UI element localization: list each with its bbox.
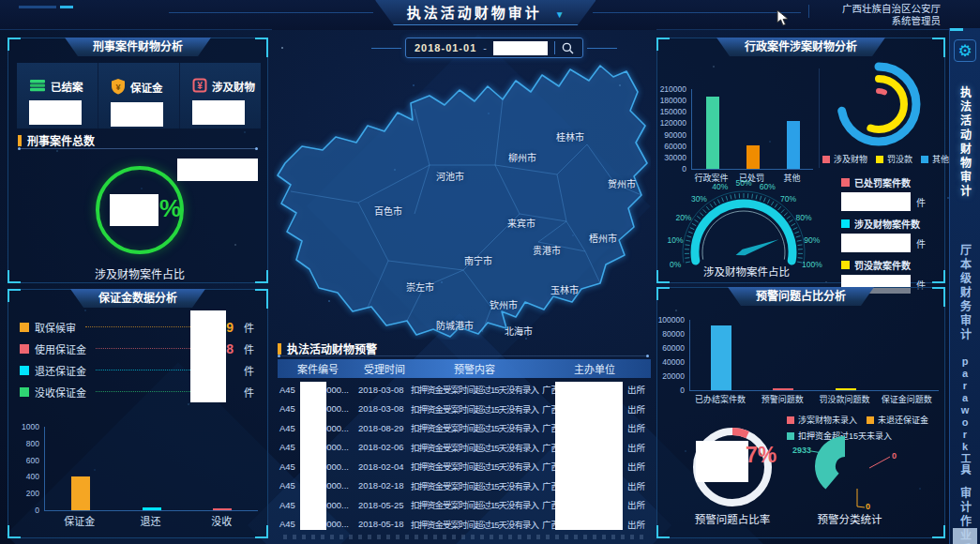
map-city-label[interactable]: 北海市 <box>505 324 533 338</box>
unit-suffix: 出所 <box>627 498 645 511</box>
axis-tick-label: 1000 <box>8 422 39 431</box>
case-prefix: A45 <box>279 385 295 395</box>
legend-item[interactable]: 其他 <box>921 153 949 165</box>
table-cell-content: 扣押资金受案时间超过15天没有录入 <box>411 441 538 454</box>
rings-chart <box>822 57 944 151</box>
case-prefix: A45 <box>279 480 295 491</box>
map-city-label[interactable]: 桂林市 <box>556 129 584 144</box>
stat-item: 已结案 <box>17 63 98 128</box>
map-city-label[interactable]: 玉林市 <box>550 282 579 296</box>
panel-deposit-analysis: 保证金数据分析 取保候审9件使用保证金8件退还保证金件没收保证金件 020040… <box>8 289 268 538</box>
percent-sign: % <box>159 194 181 223</box>
stat-label: 涉及财物 <box>212 79 255 94</box>
legend-item[interactable]: 涉及财物 <box>822 153 867 165</box>
axis-tick-label: 200 <box>8 489 39 498</box>
gauge-caption: 涉及财物案件占比 <box>681 264 812 279</box>
date-filter-bar: 2018-01-01 - <box>371 38 617 58</box>
pie-label: 2933 <box>792 446 811 455</box>
ratio-caption: 涉及财物案件占比 <box>69 265 210 281</box>
bar-没收 <box>213 508 232 510</box>
gear-icon[interactable]: ⚙ <box>954 39 976 62</box>
legend-swatch <box>841 178 850 187</box>
map-city-label[interactable]: 贵港市 <box>533 243 561 257</box>
divider <box>554 41 555 54</box>
map-city-label[interactable]: 河池市 <box>436 169 464 183</box>
axis-tick-label: 30000 <box>657 153 686 162</box>
header-line <box>593 12 801 13</box>
stat-value-redacted <box>111 102 163 127</box>
gauge-tick-label: 0% <box>670 260 681 269</box>
legend-unit: 件 <box>916 236 926 250</box>
region-map[interactable]: 河池市桂林市柳州市贺州市百色市来宾市梧州市贵港市南宁市玉林市崇左市钦州市防城港市… <box>274 53 651 340</box>
section-underline <box>278 355 649 356</box>
donut-percent-text: 7% <box>746 443 776 468</box>
mouse-cursor <box>776 9 790 26</box>
date-range-control[interactable]: 2018-01-01 - <box>405 38 583 58</box>
map-city-label[interactable]: 来宾市 <box>507 216 535 230</box>
bar-已办结案件数 <box>711 325 731 390</box>
sidebar-item[interactable]: parawork工具 <box>957 355 972 476</box>
donut-value-redacted <box>696 441 748 482</box>
table-cell-content: 扣押资金受案时间超过15天没有录入 <box>411 402 538 416</box>
table-header-cell: 案件编号 <box>278 361 358 376</box>
bar-保证金 <box>71 476 90 510</box>
donut-caption: 预警问题占比率 <box>674 511 791 526</box>
axis-tick-label: 210000 <box>657 84 686 94</box>
table-header-cell: 主办单位 <box>538 361 651 376</box>
map-city-label[interactable]: 崇左市 <box>406 280 434 294</box>
header-line <box>808 5 809 18</box>
yuan-box-icon: ¥ <box>192 78 207 95</box>
unit-suffix: 出所 <box>627 518 645 531</box>
gauge-tick-label: 50% <box>735 178 751 188</box>
map-city-label[interactable]: 百色市 <box>374 204 402 218</box>
legend-item[interactable]: 罚没款 <box>876 153 912 165</box>
axis-tick-label: 120000 <box>657 118 686 128</box>
top-header: 执法活动财物审计▼ 广西壮族自治区公安厅 系统管理员 <box>0 0 980 30</box>
map-svg <box>274 53 651 340</box>
legend-value-row: 件 <box>841 192 944 211</box>
gauge-tick-label: 80% <box>796 213 812 222</box>
end-date-redacted[interactable] <box>493 41 548 55</box>
header-line <box>169 12 373 13</box>
search-icon[interactable] <box>562 42 574 54</box>
filter-line <box>371 48 401 49</box>
case-prefix: A45 <box>279 423 295 433</box>
map-city-label[interactable]: 防城港市 <box>436 318 474 332</box>
gauge-tick-label: 90% <box>804 235 820 245</box>
pie-svg <box>779 410 939 522</box>
svg-text:¥: ¥ <box>115 83 120 92</box>
legend-item[interactable]: 涉及财物案件数件 <box>841 217 944 252</box>
unit-name-redacted <box>555 382 623 530</box>
legend-swatch <box>841 219 850 228</box>
legend-label: 罚没款 <box>887 153 912 165</box>
map-city-label[interactable]: 钦州市 <box>490 297 518 311</box>
map-city-label[interactable]: 贺州市 <box>608 176 636 190</box>
caret-down-icon[interactable]: ▼ <box>555 9 565 20</box>
map-city-label[interactable]: 南宁市 <box>464 253 492 267</box>
sidebar-item[interactable]: 厅本级财务审计 <box>957 244 973 342</box>
case-prefix: A45 <box>279 519 295 529</box>
map-city-label[interactable]: 梧州市 <box>589 231 617 245</box>
legend-swatch <box>841 261 850 269</box>
map-city-label[interactable]: 柳州市 <box>508 150 536 164</box>
panel-admin-analysis: 行政案件涉案财物分析 03000060000900001200001500001… <box>656 38 945 283</box>
table-title: 执法活动财物预警 <box>287 340 377 356</box>
criminal-stats: 已结案¥保证金¥涉及财物 <box>17 63 261 128</box>
legend-value-row: 件 <box>841 234 944 252</box>
sidebar-item[interactable]: 执法活动财物审计 <box>957 86 973 199</box>
gauge-legend: 已处罚案件数件涉及财物案件数件罚没款案件数件 <box>841 175 944 299</box>
axis-tick-label: 400 <box>8 472 39 481</box>
shield-yuan-icon: ¥ <box>111 78 126 97</box>
plot-area <box>691 89 813 170</box>
warning-table-header: 案件编号受理时间预警内容主办单位 <box>278 359 651 378</box>
legend-item[interactable]: 已处罚案件数件 <box>841 175 944 211</box>
gauge-tick-label: 20% <box>675 213 691 222</box>
start-date[interactable]: 2018-01-01 <box>415 42 476 53</box>
stat-label-row: ¥涉及财物 <box>192 78 261 95</box>
page-title: 执法活动财物审计 <box>407 5 542 21</box>
section-underline <box>18 148 258 149</box>
table-cell-content: 扣押资金受案时间超过15天没有录入 <box>411 383 538 396</box>
bar-退还 <box>143 507 161 510</box>
table-cell-date: 2018-08-29 <box>358 423 411 433</box>
table-cell-content: 扣押资金受案时间超过15天没有录入 <box>411 479 538 492</box>
